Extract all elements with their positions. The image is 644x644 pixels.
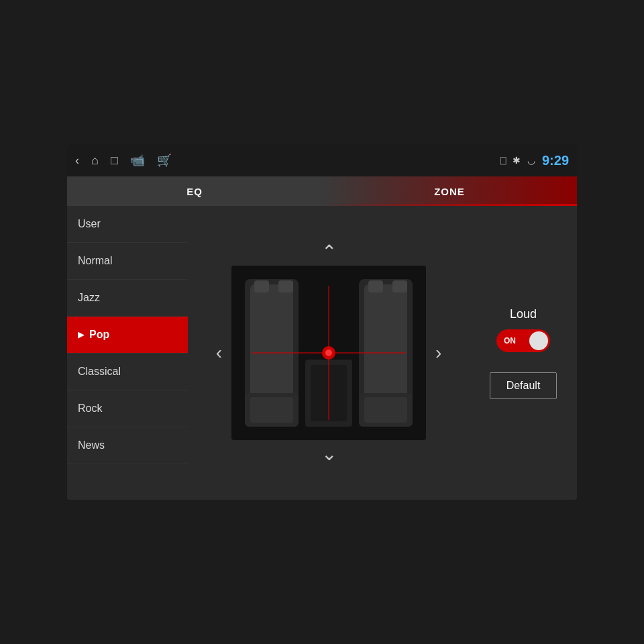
sidebar-item-rock[interactable]: Rock xyxy=(67,390,188,427)
sidebar-label-news: News xyxy=(78,439,105,451)
car-interior[interactable] xyxy=(231,266,426,440)
clock: 9:29 xyxy=(542,153,569,168)
status-bar-right: ⎕ ✱ ◡ 9:29 xyxy=(500,153,569,168)
wifi-icon: ◡ xyxy=(527,155,535,166)
status-bar-left: ‹ ⌂ □ 📹 🛒 xyxy=(75,153,500,168)
sidebar-label-pop: Pop xyxy=(89,329,109,341)
cast-icon: ⎕ xyxy=(500,155,506,166)
status-bar: ‹ ⌂ □ 📹 🛒 ⎕ ✱ ◡ 9:29 xyxy=(67,144,577,176)
sidebar-item-user[interactable]: User xyxy=(67,206,188,243)
arrow-down-button[interactable]: ⌄ xyxy=(321,440,337,468)
toggle-knob xyxy=(529,331,548,350)
back-icon[interactable]: ‹ xyxy=(75,154,79,168)
sidebar-item-news[interactable]: News xyxy=(67,427,188,464)
sidebar-label-normal: Normal xyxy=(78,255,113,267)
tab-zone[interactable]: ZONE xyxy=(322,176,577,206)
sidebar-item-pop[interactable]: ▶ Pop xyxy=(67,317,188,354)
svg-rect-8 xyxy=(364,397,407,423)
main-content: User Normal Jazz ▶ Pop Classical Rock xyxy=(67,206,577,500)
sidebar-label-user: User xyxy=(78,218,101,230)
zone-middle-row: ‹ xyxy=(195,266,463,440)
bag-icon[interactable]: 🛒 xyxy=(157,153,172,168)
sidebar-item-jazz[interactable]: Jazz xyxy=(67,280,188,317)
bluetooth-icon: ✱ xyxy=(513,155,521,166)
arrow-up-button[interactable]: ⌃ xyxy=(321,238,337,266)
home-icon[interactable]: ⌂ xyxy=(91,154,99,168)
svg-rect-15 xyxy=(254,280,269,292)
car-diagram xyxy=(231,266,426,440)
sidebar: User Normal Jazz ▶ Pop Classical Rock xyxy=(67,206,188,500)
loud-label: Loud xyxy=(510,307,537,321)
camera-icon[interactable]: 📹 xyxy=(130,153,145,168)
sidebar-label-jazz: Jazz xyxy=(78,292,100,304)
svg-rect-16 xyxy=(278,280,293,292)
svg-rect-6 xyxy=(364,284,407,398)
svg-rect-18 xyxy=(392,280,407,292)
svg-rect-2 xyxy=(250,284,293,398)
device-screen: ‹ ⌂ □ 📹 🛒 ⎕ ✱ ◡ 9:29 EQ ZONE xyxy=(67,144,577,500)
play-icon: ▶ xyxy=(78,330,84,339)
sidebar-item-normal[interactable]: Normal xyxy=(67,243,188,280)
default-button[interactable]: Default xyxy=(490,372,557,399)
tab-eq[interactable]: EQ xyxy=(67,176,322,206)
right-panel: Loud ON Default xyxy=(470,206,577,500)
zone-controls: ⌃ ‹ xyxy=(195,213,463,493)
windows-icon[interactable]: □ xyxy=(111,154,118,168)
sidebar-label-classical: Classical xyxy=(78,366,121,378)
arrow-left-button[interactable]: ‹ xyxy=(212,342,226,364)
svg-rect-17 xyxy=(368,280,383,292)
loud-section: Loud ON xyxy=(496,307,550,352)
svg-point-14 xyxy=(325,350,332,356)
sidebar-label-rock: Rock xyxy=(78,402,102,415)
zone-area: ⌃ ‹ xyxy=(188,206,470,500)
svg-rect-4 xyxy=(250,397,293,423)
outer-frame: ‹ ⌂ □ 📹 🛒 ⎕ ✱ ◡ 9:29 EQ ZONE xyxy=(0,0,644,644)
tab-bar: EQ ZONE xyxy=(67,176,577,206)
loud-toggle[interactable]: ON xyxy=(496,329,550,352)
arrow-right-button[interactable]: › xyxy=(431,342,445,364)
sidebar-item-classical[interactable]: Classical xyxy=(67,354,188,390)
